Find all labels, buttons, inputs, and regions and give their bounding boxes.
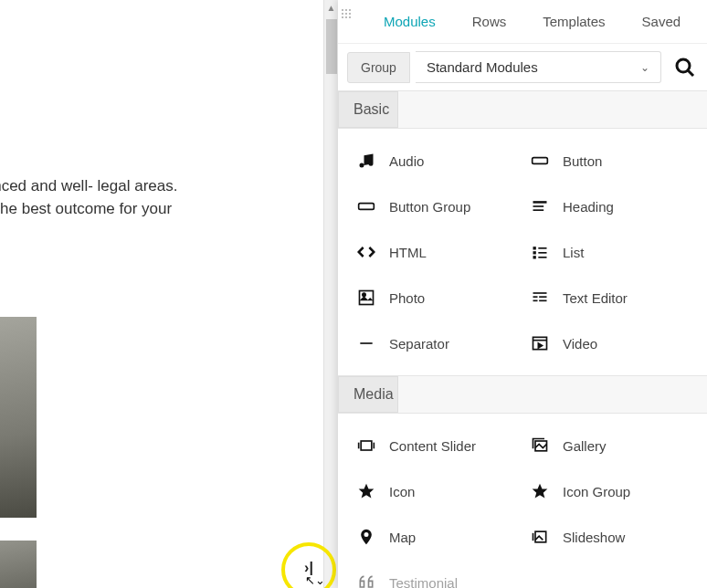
- map-icon: [356, 527, 376, 547]
- module-video[interactable]: Video: [522, 320, 696, 366]
- music-icon: [356, 151, 376, 171]
- tab-rows[interactable]: Rows: [454, 0, 525, 44]
- group-select[interactable]: Standard Modules ⌄: [416, 51, 661, 83]
- page-canvas: nly experienced and well- legal areas. T…: [0, 0, 338, 588]
- svg-marker-29: [533, 484, 548, 499]
- module-list[interactable]: List: [522, 229, 696, 275]
- module-label: Content Slider: [389, 438, 476, 454]
- svg-rect-5: [533, 205, 544, 207]
- module-icon-group[interactable]: Icon Group: [522, 468, 696, 514]
- search-icon: [674, 57, 696, 79]
- module-label: Audio: [389, 153, 424, 169]
- module-photo[interactable]: Photo: [349, 275, 522, 320]
- video-icon: [530, 333, 550, 353]
- star-icon: [356, 481, 376, 501]
- module-label: Button Group: [389, 199, 470, 215]
- svg-rect-12: [538, 257, 546, 258]
- page-photo-placeholder-2: [0, 541, 37, 588]
- module-label: Testimonial: [389, 575, 458, 589]
- module-label: Button: [563, 153, 602, 169]
- section-header-basic[interactable]: Basic: [338, 91, 398, 128]
- svg-rect-9: [533, 251, 536, 254]
- module-text-editor[interactable]: Text Editor: [522, 275, 696, 320]
- tab-saved[interactable]: Saved: [624, 0, 700, 44]
- svg-rect-3: [359, 204, 375, 210]
- scrollbar-thumb[interactable]: [326, 19, 337, 74]
- module-label: HTML: [389, 245, 427, 260]
- panel-tabs: Modules Rows Templates Saved: [338, 0, 707, 44]
- slideshow-icon: [530, 527, 550, 547]
- svg-rect-17: [539, 296, 546, 298]
- page-body-text: nly experienced and well- legal areas. T…: [0, 175, 201, 220]
- module-button-group[interactable]: Button Group: [349, 184, 522, 229]
- star-icon: [530, 481, 550, 501]
- panel-drag-handle[interactable]: [342, 9, 353, 20]
- module-label: Heading: [563, 199, 614, 215]
- module-label: Gallery: [563, 438, 607, 454]
- module-grid-media: Content Slider Gallery Icon Icon Group M…: [338, 414, 707, 588]
- module-label: Text Editor: [563, 290, 628, 306]
- separator-icon: [356, 333, 376, 353]
- section-header-basic-wrap: Basic: [338, 90, 707, 129]
- list-icon: [530, 242, 550, 262]
- section-header-media-wrap: Media: [338, 375, 707, 414]
- svg-rect-24: [361, 441, 372, 450]
- module-audio[interactable]: Audio: [349, 138, 522, 184]
- module-slideshow[interactable]: Slideshow: [522, 514, 696, 560]
- module-label: Icon Group: [563, 484, 630, 499]
- svg-rect-10: [538, 252, 546, 254]
- svg-point-14: [363, 293, 365, 296]
- svg-marker-28: [359, 484, 375, 499]
- tab-templates[interactable]: Templates: [524, 0, 623, 44]
- svg-rect-13: [360, 291, 374, 305]
- svg-rect-2: [533, 158, 548, 164]
- module-heading[interactable]: Heading: [522, 184, 696, 229]
- group-select-value: Standard Modules: [427, 59, 538, 75]
- module-label: Video: [563, 336, 597, 352]
- button-icon: [530, 151, 550, 171]
- group-filter-row: Group Standard Modules ⌄: [338, 44, 707, 90]
- svg-rect-16: [533, 296, 538, 298]
- module-label: Map: [389, 530, 416, 545]
- svg-rect-6: [533, 209, 544, 211]
- module-gallery[interactable]: Gallery: [522, 423, 696, 468]
- heading-icon: [530, 196, 550, 216]
- module-button[interactable]: Button: [522, 138, 696, 184]
- modules-panel: Modules Rows Templates Saved Group Stand…: [338, 0, 707, 588]
- group-button[interactable]: Group: [347, 52, 410, 83]
- module-icon[interactable]: Icon: [349, 468, 522, 514]
- module-html[interactable]: HTML: [349, 229, 522, 275]
- svg-marker-23: [538, 343, 542, 348]
- svg-rect-7: [533, 247, 536, 249]
- svg-rect-4: [533, 201, 547, 204]
- button-group-icon: [356, 196, 376, 216]
- search-button[interactable]: [672, 55, 698, 80]
- module-testimonial[interactable]: Testimonial: [349, 560, 522, 588]
- canvas-scrollbar[interactable]: ▲: [323, 0, 338, 588]
- module-label: Photo: [389, 290, 425, 306]
- quote-icon: [356, 572, 376, 588]
- gallery-icon: [530, 436, 550, 456]
- cursor-icon: ↖⌄: [305, 573, 325, 587]
- module-label: List: [563, 245, 584, 260]
- module-label: Slideshow: [563, 530, 625, 545]
- scrollbar-up-icon[interactable]: ▲: [324, 0, 338, 15]
- slider-icon: [356, 436, 376, 456]
- svg-rect-19: [539, 300, 546, 302]
- section-header-media[interactable]: Media: [338, 376, 398, 413]
- svg-rect-8: [538, 247, 546, 249]
- module-label: Separator: [389, 336, 449, 352]
- module-separator[interactable]: Separator: [349, 320, 522, 366]
- chevron-down-icon: ⌄: [640, 61, 649, 74]
- svg-rect-18: [533, 300, 538, 302]
- svg-point-0: [677, 59, 690, 72]
- svg-rect-15: [533, 292, 547, 294]
- svg-rect-11: [533, 256, 536, 258]
- module-label: Icon: [389, 484, 415, 499]
- module-content-slider[interactable]: Content Slider: [349, 423, 522, 468]
- tab-modules[interactable]: Modules: [365, 0, 454, 44]
- text-editor-icon: [530, 288, 550, 308]
- module-map[interactable]: Map: [349, 514, 522, 560]
- photo-icon: [356, 288, 376, 308]
- module-grid-basic: Audio Button Button Group Heading HTML L…: [338, 129, 707, 375]
